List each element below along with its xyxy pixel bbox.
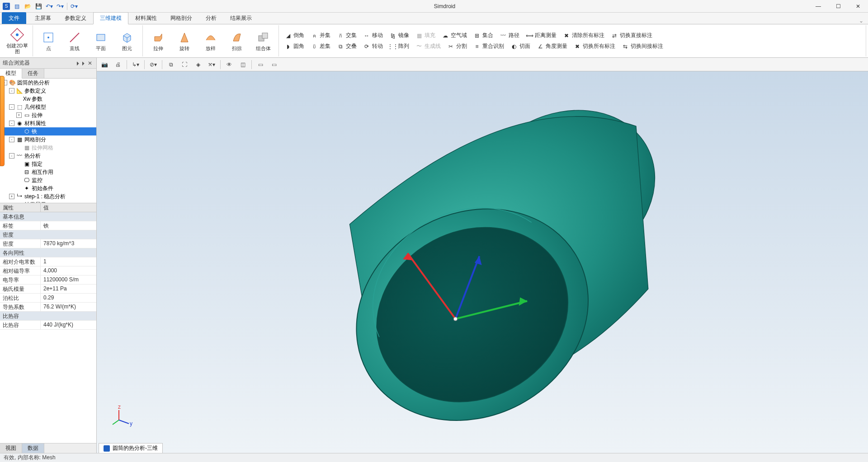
minimize-button[interactable]: — bbox=[808, 0, 828, 13]
prop-row[interactable]: 比热容440 J/(kg*K) bbox=[0, 321, 96, 330]
prop-row[interactable]: 电导率11200000 S/m bbox=[0, 275, 96, 285]
ribbon-r1-6[interactable]: ☁空气域 bbox=[439, 31, 470, 41]
section-icon[interactable]: ◫ bbox=[238, 60, 248, 70]
orient-dropdown-icon[interactable]: ⤧▾ bbox=[207, 60, 217, 70]
forbid-icon[interactable]: ⊘▾ bbox=[148, 60, 158, 70]
zoom-fit-icon[interactable]: ⛶ bbox=[179, 60, 189, 70]
tree-toggle-icon[interactable]: - bbox=[9, 88, 14, 93]
tree-toggle-icon[interactable]: - bbox=[9, 137, 14, 142]
tree-node-assign[interactable]: ▣指定 bbox=[0, 160, 96, 168]
panel-tab-tasks[interactable]: 任务 bbox=[22, 69, 44, 78]
prop-row[interactable]: 相对磁导率4,000 bbox=[0, 266, 96, 275]
ribbon-r2-0[interactable]: ◗圆角 bbox=[282, 42, 307, 51]
panel-close-icon[interactable]: ✕ bbox=[86, 60, 94, 67]
ribbon-collapse-icon[interactable]: ⌄ bbox=[854, 18, 868, 24]
bottom-tab-data[interactable]: 数据 bbox=[22, 443, 44, 453]
tree-toggle-icon[interactable]: - bbox=[9, 121, 14, 126]
loft-button[interactable]: 放样 bbox=[198, 26, 223, 56]
ribbon-r2-4[interactable]: ⋮⋮阵列 bbox=[387, 42, 412, 51]
ribbon-r1-1[interactable]: ⩀并集 bbox=[308, 31, 333, 41]
viewport-tab[interactable]: 圆筒的热分析-三维 bbox=[99, 443, 163, 453]
prop-row[interactable]: 导热系数76.2 W/(m*K) bbox=[0, 303, 96, 312]
model-tree[interactable]: -🎨圆筒的热分析-📐参数定义Xw参数-⬚几何模型+▭拉伸-◉材料属性⬡铁-▦网格… bbox=[0, 79, 96, 203]
ribbon-r1-7[interactable]: ⊞集合 bbox=[471, 31, 496, 41]
tree-toggle-icon[interactable]: - bbox=[9, 153, 14, 159]
ribbon-r1-10[interactable]: ✖清除所有标注 bbox=[560, 31, 607, 41]
ribbon-r2-5[interactable]: 〜生成线 bbox=[413, 42, 443, 51]
tab-mesh[interactable]: 网格剖分 bbox=[164, 12, 199, 24]
redo-icon[interactable]: ↷▾ bbox=[56, 2, 64, 10]
tree-node-param[interactable]: -📐参数定义 bbox=[0, 87, 96, 95]
tree-node-step[interactable]: +⮡step-1 : 稳态分析 bbox=[0, 192, 96, 201]
tab-3dmodel[interactable]: 三维建模 bbox=[93, 12, 128, 24]
prop-row[interactable]: 泊松比0.29 bbox=[0, 294, 96, 303]
tree-node-inter[interactable]: ⊟相互作用 bbox=[0, 168, 96, 176]
ribbon-r2-8[interactable]: ◐切面 bbox=[508, 42, 533, 51]
prop-row[interactable]: 相对介电常数1 bbox=[0, 257, 96, 266]
ribbon-r1-11[interactable]: ⇄切换直接标注 bbox=[608, 31, 655, 41]
tab-file[interactable]: 文件 bbox=[2, 12, 26, 24]
tree-toggle-icon[interactable]: - bbox=[9, 104, 14, 110]
ribbon-r1-4[interactable]: ⧎镜像 bbox=[387, 31, 412, 41]
ribbon-r1-5[interactable]: ▦填充 bbox=[413, 31, 438, 41]
tree-node-meshP[interactable]: ▦拉伸网格 bbox=[0, 144, 96, 152]
screenshot-icon[interactable]: 📷 bbox=[99, 60, 109, 70]
ribbon-r2-6[interactable]: ✂分割 bbox=[444, 42, 470, 51]
prop-row[interactable]: 杨氏模量2e+11 Pa bbox=[0, 285, 96, 294]
tab-material[interactable]: 材料属性 bbox=[128, 12, 164, 24]
tree-toggle-icon[interactable]: + bbox=[16, 112, 22, 118]
tree-node-mon[interactable]: 🖵监控 bbox=[0, 176, 96, 184]
extrude-button[interactable]: 拉伸 bbox=[146, 26, 171, 56]
undo-icon[interactable]: ↶▾ bbox=[45, 2, 53, 10]
tree-node-iron[interactable]: ⬡铁 bbox=[0, 127, 96, 135]
open-icon[interactable]: 📂 bbox=[24, 2, 32, 10]
property-grid[interactable]: 基本信息标签铁密度密度7870 kg/m^3各向同性相对介电常数1相对磁导率4,… bbox=[0, 212, 96, 443]
point-button[interactable]: 点 bbox=[36, 26, 61, 56]
zoom-window-icon[interactable]: ⧉ bbox=[166, 60, 176, 70]
panel-collapse-icon[interactable]: ⏵⏵ bbox=[77, 60, 85, 67]
tree-node-root[interactable]: -🎨圆筒的热分析 bbox=[0, 79, 96, 87]
combine-button[interactable]: 组合体 bbox=[250, 26, 276, 56]
line-button[interactable]: 直线 bbox=[62, 26, 87, 56]
refresh-icon[interactable]: ⟳▾ bbox=[70, 2, 78, 10]
primitive-button[interactable]: 图元 bbox=[114, 26, 140, 56]
ribbon-r2-2[interactable]: ⧉交叠 bbox=[334, 42, 359, 51]
ribbon-r1-0[interactable]: ◢倒角 bbox=[282, 31, 307, 41]
tree-node-mesh[interactable]: -▦网格剖分 bbox=[0, 135, 96, 144]
prop-row[interactable]: 标签铁 bbox=[0, 221, 96, 230]
tree-node-xw[interactable]: Xw参数 bbox=[0, 95, 96, 103]
revolve-button[interactable]: 旋转 bbox=[172, 26, 197, 56]
sketch2d-button[interactable]: 创建2D草图 bbox=[5, 26, 30, 56]
tab-home[interactable]: 主屏幕 bbox=[28, 12, 58, 24]
ribbon-r2-3[interactable]: ⟳转动 bbox=[360, 42, 386, 51]
left-rail-handle[interactable] bbox=[0, 76, 5, 166]
tab-analysis[interactable]: 分析 bbox=[199, 12, 223, 24]
tab-params[interactable]: 参数定义 bbox=[58, 12, 93, 24]
zoom-select-icon[interactable]: ◈ bbox=[193, 60, 203, 70]
axis-dropdown-icon[interactable]: ↳▾ bbox=[131, 60, 141, 70]
tree-node-ext[interactable]: +▭拉伸 bbox=[0, 111, 96, 119]
ribbon-r2-1[interactable]: ⩂差集 bbox=[308, 42, 333, 51]
prop-row[interactable]: 密度7870 kg/m^3 bbox=[0, 239, 96, 248]
viewport[interactable]: z y x 圆筒的热分析-三维 bbox=[97, 71, 868, 453]
ribbon-r1-3[interactable]: ↔移动 bbox=[360, 31, 386, 41]
tree-node-geom[interactable]: -⬚几何模型 bbox=[0, 103, 96, 111]
tree-node-therm[interactable]: -〰热分析 bbox=[0, 152, 96, 160]
tree-node-mat[interactable]: -◉材料属性 bbox=[0, 119, 96, 127]
print-icon[interactable]: 🖨 bbox=[113, 60, 123, 70]
visibility-icon[interactable]: 👁 bbox=[224, 60, 234, 70]
tab-results[interactable]: 结果展示 bbox=[223, 12, 259, 24]
maximize-button[interactable]: ☐ bbox=[828, 0, 848, 13]
close-button[interactable]: ✕ bbox=[848, 0, 868, 13]
tree-toggle-icon[interactable]: + bbox=[9, 194, 14, 199]
save-icon[interactable]: 💾 bbox=[34, 2, 42, 10]
ribbon-r1-9[interactable]: ⟺距离测量 bbox=[523, 31, 559, 41]
ribbon-r2-10[interactable]: ✖切换所有标注 bbox=[571, 42, 618, 51]
tree-node-init[interactable]: ✦初始条件 bbox=[0, 184, 96, 192]
scene-3d[interactable] bbox=[97, 71, 868, 453]
sweep-button[interactable]: 扫掠 bbox=[224, 26, 250, 56]
new-icon[interactable]: ▤ bbox=[13, 2, 21, 10]
plane-button[interactable]: 平面 bbox=[88, 26, 113, 56]
ribbon-r1-2[interactable]: ⩃交集 bbox=[334, 31, 359, 41]
bottom-tab-view[interactable]: 视图 bbox=[0, 443, 22, 453]
